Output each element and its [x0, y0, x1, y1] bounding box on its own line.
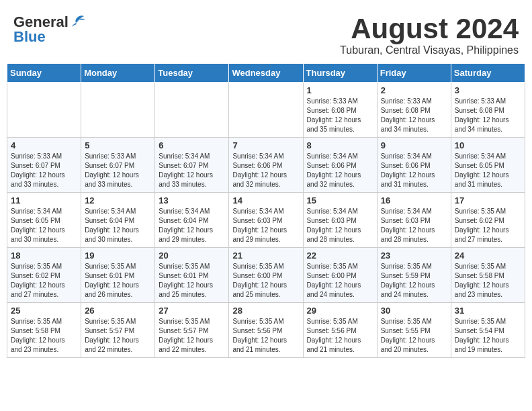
- calendar-cell: [81, 83, 155, 138]
- day-number: 23: [381, 250, 447, 261]
- weekday-header-saturday: Saturday: [451, 64, 525, 83]
- calendar-cell: 21Sunrise: 5:35 AM Sunset: 6:00 PM Dayli…: [229, 248, 303, 303]
- calendar-cell: 12Sunrise: 5:34 AM Sunset: 6:04 PM Dayli…: [81, 193, 155, 248]
- calendar-table: SundayMondayTuesdayWednesdayThursdayFrid…: [7, 63, 525, 358]
- day-number: 10: [455, 140, 521, 150]
- calendar-cell: 9Sunrise: 5:34 AM Sunset: 6:06 PM Daylig…: [377, 138, 451, 193]
- calendar-cell: 20Sunrise: 5:35 AM Sunset: 6:01 PM Dayli…: [155, 248, 229, 303]
- day-info: Sunrise: 5:35 AM Sunset: 5:58 PM Dayligh…: [455, 262, 521, 300]
- day-info: Sunrise: 5:35 AM Sunset: 6:02 PM Dayligh…: [11, 262, 77, 300]
- day-number: 7: [232, 140, 299, 150]
- calendar-cell: [229, 83, 303, 138]
- day-info: Sunrise: 5:35 AM Sunset: 5:57 PM Dayligh…: [159, 317, 225, 355]
- day-number: 1: [307, 85, 373, 95]
- title-area: August 2024 Tuburan, Central Visayas, Ph…: [340, 13, 519, 56]
- day-number: 12: [85, 195, 151, 205]
- day-info: Sunrise: 5:35 AM Sunset: 6:02 PM Dayligh…: [455, 207, 521, 244]
- calendar-cell: 25Sunrise: 5:35 AM Sunset: 5:58 PM Dayli…: [7, 303, 81, 358]
- calendar-cell: 19Sunrise: 5:35 AM Sunset: 6:01 PM Dayli…: [81, 248, 155, 303]
- day-number: 17: [455, 195, 521, 205]
- calendar-cell: 31Sunrise: 5:35 AM Sunset: 5:54 PM Dayli…: [451, 303, 525, 358]
- calendar-week-row: 11Sunrise: 5:34 AM Sunset: 6:05 PM Dayli…: [7, 193, 525, 248]
- day-info: Sunrise: 5:35 AM Sunset: 5:59 PM Dayligh…: [381, 262, 447, 300]
- day-info: Sunrise: 5:35 AM Sunset: 6:00 PM Dayligh…: [232, 262, 299, 300]
- day-number: 30: [381, 306, 447, 316]
- day-info: Sunrise: 5:34 AM Sunset: 6:05 PM Dayligh…: [11, 207, 77, 244]
- day-number: 13: [159, 195, 225, 205]
- calendar-header-row: SundayMondayTuesdayWednesdayThursdayFrid…: [7, 64, 525, 83]
- day-number: 5: [85, 140, 151, 150]
- calendar-cell: 5Sunrise: 5:33 AM Sunset: 6:07 PM Daylig…: [81, 138, 155, 193]
- calendar-cell: 3Sunrise: 5:33 AM Sunset: 6:08 PM Daylig…: [451, 83, 525, 138]
- day-info: Sunrise: 5:34 AM Sunset: 6:06 PM Dayligh…: [307, 152, 373, 189]
- calendar-cell: 26Sunrise: 5:35 AM Sunset: 5:57 PM Dayli…: [81, 303, 155, 358]
- day-number: 28: [232, 306, 299, 316]
- day-number: 16: [381, 195, 447, 205]
- day-number: 29: [307, 306, 373, 316]
- calendar-week-row: 18Sunrise: 5:35 AM Sunset: 6:02 PM Dayli…: [7, 248, 525, 303]
- calendar-cell: [7, 83, 81, 138]
- calendar-cell: 27Sunrise: 5:35 AM Sunset: 5:57 PM Dayli…: [155, 303, 229, 358]
- calendar-cell: 2Sunrise: 5:33 AM Sunset: 6:08 PM Daylig…: [377, 83, 451, 138]
- weekday-header-thursday: Thursday: [303, 64, 377, 83]
- day-number: 31: [455, 306, 521, 316]
- day-number: 6: [159, 140, 225, 150]
- day-number: 14: [232, 195, 299, 205]
- day-info: Sunrise: 5:33 AM Sunset: 6:08 PM Dayligh…: [307, 97, 373, 134]
- logo-bird-icon: [71, 15, 85, 27]
- calendar-cell: 30Sunrise: 5:35 AM Sunset: 5:55 PM Dayli…: [377, 303, 451, 358]
- day-info: Sunrise: 5:35 AM Sunset: 6:01 PM Dayligh…: [85, 262, 151, 300]
- day-info: Sunrise: 5:34 AM Sunset: 6:06 PM Dayligh…: [381, 152, 447, 189]
- day-number: 18: [11, 250, 77, 261]
- weekday-header-sunday: Sunday: [7, 64, 81, 83]
- day-info: Sunrise: 5:35 AM Sunset: 5:56 PM Dayligh…: [307, 317, 373, 355]
- calendar-cell: 23Sunrise: 5:35 AM Sunset: 5:59 PM Dayli…: [377, 248, 451, 303]
- day-info: Sunrise: 5:35 AM Sunset: 5:55 PM Dayligh…: [381, 317, 447, 355]
- day-info: Sunrise: 5:34 AM Sunset: 6:05 PM Dayligh…: [455, 152, 521, 189]
- calendar-cell: 29Sunrise: 5:35 AM Sunset: 5:56 PM Dayli…: [303, 303, 377, 358]
- location-subtitle: Tuburan, Central Visayas, Philippines: [340, 44, 519, 56]
- calendar-cell: 14Sunrise: 5:34 AM Sunset: 6:03 PM Dayli…: [229, 193, 303, 248]
- calendar-cell: 13Sunrise: 5:34 AM Sunset: 6:04 PM Dayli…: [155, 193, 229, 248]
- day-number: 27: [159, 306, 225, 316]
- month-title: August 2024: [340, 13, 519, 44]
- day-info: Sunrise: 5:34 AM Sunset: 6:07 PM Dayligh…: [159, 152, 225, 189]
- day-number: 3: [455, 85, 521, 95]
- calendar-week-row: 25Sunrise: 5:35 AM Sunset: 5:58 PM Dayli…: [7, 303, 525, 358]
- day-number: 24: [455, 250, 521, 261]
- calendar-cell: 7Sunrise: 5:34 AM Sunset: 6:06 PM Daylig…: [229, 138, 303, 193]
- day-info: Sunrise: 5:35 AM Sunset: 5:58 PM Dayligh…: [11, 317, 77, 355]
- calendar-cell: 22Sunrise: 5:35 AM Sunset: 6:00 PM Dayli…: [303, 248, 377, 303]
- day-info: Sunrise: 5:34 AM Sunset: 6:03 PM Dayligh…: [232, 207, 299, 244]
- page-header: General Blue August 2024 Tuburan, Centra…: [7, 7, 525, 60]
- day-number: 2: [381, 85, 447, 95]
- day-info: Sunrise: 5:35 AM Sunset: 5:56 PM Dayligh…: [232, 317, 299, 355]
- day-info: Sunrise: 5:33 AM Sunset: 6:07 PM Dayligh…: [85, 152, 151, 189]
- calendar-cell: 15Sunrise: 5:34 AM Sunset: 6:03 PM Dayli…: [303, 193, 377, 248]
- calendar-cell: 4Sunrise: 5:33 AM Sunset: 6:07 PM Daylig…: [7, 138, 81, 193]
- calendar-week-row: 4Sunrise: 5:33 AM Sunset: 6:07 PM Daylig…: [7, 138, 525, 193]
- calendar-cell: 18Sunrise: 5:35 AM Sunset: 6:02 PM Dayli…: [7, 248, 81, 303]
- day-number: 25: [11, 306, 77, 316]
- calendar-cell: 28Sunrise: 5:35 AM Sunset: 5:56 PM Dayli…: [229, 303, 303, 358]
- calendar-cell: 8Sunrise: 5:34 AM Sunset: 6:06 PM Daylig…: [303, 138, 377, 193]
- day-number: 20: [159, 250, 225, 261]
- day-info: Sunrise: 5:33 AM Sunset: 6:07 PM Dayligh…: [11, 152, 77, 189]
- calendar-cell: 6Sunrise: 5:34 AM Sunset: 6:07 PM Daylig…: [155, 138, 229, 193]
- day-info: Sunrise: 5:33 AM Sunset: 6:08 PM Dayligh…: [381, 97, 447, 134]
- weekday-header-friday: Friday: [377, 64, 451, 83]
- day-number: 26: [85, 306, 151, 316]
- day-number: 4: [11, 140, 77, 150]
- day-number: 21: [232, 250, 299, 261]
- day-info: Sunrise: 5:35 AM Sunset: 5:54 PM Dayligh…: [455, 317, 521, 355]
- day-info: Sunrise: 5:35 AM Sunset: 6:01 PM Dayligh…: [159, 262, 225, 300]
- calendar-cell: [155, 83, 229, 138]
- logo-blue-text: Blue: [13, 28, 46, 46]
- day-number: 8: [307, 140, 373, 150]
- weekday-header-wednesday: Wednesday: [229, 64, 303, 83]
- day-info: Sunrise: 5:33 AM Sunset: 6:08 PM Dayligh…: [455, 97, 521, 134]
- calendar-cell: 10Sunrise: 5:34 AM Sunset: 6:05 PM Dayli…: [451, 138, 525, 193]
- day-info: Sunrise: 5:34 AM Sunset: 6:03 PM Dayligh…: [307, 207, 373, 244]
- calendar-cell: 17Sunrise: 5:35 AM Sunset: 6:02 PM Dayli…: [451, 193, 525, 248]
- calendar-cell: 16Sunrise: 5:34 AM Sunset: 6:03 PM Dayli…: [377, 193, 451, 248]
